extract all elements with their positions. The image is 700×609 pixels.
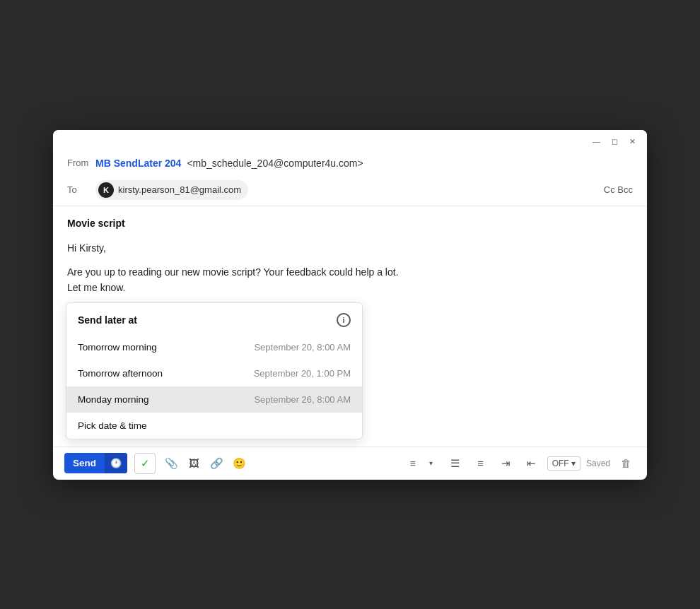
- info-icon[interactable]: i: [337, 313, 351, 327]
- window-controls: — ◻ ✕: [590, 136, 638, 148]
- send-later-option-pick-date[interactable]: Pick date & time: [66, 413, 362, 439]
- minimize-button[interactable]: —: [590, 136, 603, 147]
- send-later-option-tomorrow-morning[interactable]: Tomorrow morning September 20, 8:00 AM: [66, 334, 362, 360]
- avatar: K: [98, 182, 114, 198]
- send-later-popup: Send later at i Tomorrow morning Septemb…: [66, 302, 363, 439]
- send-clock-icon: 🕐: [105, 453, 127, 473]
- cc-bcc-button[interactable]: Cc Bcc: [604, 184, 633, 195]
- option-label: Monday morning: [78, 394, 149, 405]
- title-bar: — ◻ ✕: [53, 130, 647, 150]
- send-later-option-monday-morning[interactable]: Monday morning September 26, 8:00 AM: [66, 386, 362, 413]
- indent-icon[interactable]: ⇥: [496, 454, 516, 473]
- recipient-chip[interactable]: K kirsty.pearson_81@gmail.com: [95, 180, 248, 200]
- maximize-button[interactable]: ◻: [609, 136, 621, 148]
- link-icon[interactable]: 🔗: [206, 454, 226, 473]
- send-button[interactable]: Send 🕐: [64, 453, 127, 473]
- bullet-list-icon[interactable]: ☰: [445, 454, 465, 473]
- subject-line: Movie script: [67, 218, 633, 229]
- compose-header: From MB SendLater 204 <mb_schedule_204@c…: [53, 150, 647, 206]
- align-group: ≡ ▾: [404, 455, 440, 472]
- from-row: From MB SendLater 204 <mb_schedule_204@c…: [67, 150, 633, 175]
- check-button[interactable]: ✓: [134, 453, 156, 474]
- send-later-option-tomorrow-afternoon[interactable]: Tomorrow afternoon September 20, 1:00 PM: [66, 360, 362, 386]
- emoji-icon[interactable]: 🙂: [229, 454, 249, 473]
- to-label: To: [67, 184, 95, 195]
- from-sender-email: <mb_schedule_204@computer4u.com>: [187, 158, 363, 169]
- option-time: September 20, 1:00 PM: [254, 368, 351, 379]
- option-label: Tomorrow morning: [78, 342, 157, 353]
- image-icon[interactable]: 🖼: [184, 454, 204, 473]
- compose-window: — ◻ ✕ From MB SendLater 204 <mb_schedule…: [53, 130, 647, 480]
- send-later-header: Send later at i: [66, 303, 362, 334]
- recipient-email: kirsty.pearson_81@gmail.com: [118, 184, 241, 195]
- to-row: To K kirsty.pearson_81@gmail.com Cc Bcc: [67, 175, 633, 206]
- option-time: September 20, 8:00 AM: [254, 342, 351, 353]
- option-label: Tomorrow afternoon: [78, 368, 163, 379]
- numbered-list-icon[interactable]: ≡: [471, 454, 491, 473]
- align-icon[interactable]: ≡: [404, 455, 421, 472]
- align-dropdown-icon[interactable]: ▾: [423, 455, 440, 472]
- close-button[interactable]: ✕: [626, 136, 638, 148]
- off-toggle[interactable]: OFF ▾: [547, 456, 581, 471]
- toolbar: Send 🕐 ✓ 📎 🖼 🔗 🙂 ≡ ▾ ☰ ≡ ⇥ ⇤ OFF ▾ Saved…: [53, 447, 647, 480]
- from-label: From: [67, 158, 95, 168]
- compose-body[interactable]: Movie script Hi Kirsty, Are you up to re…: [53, 206, 647, 447]
- option-label: Pick date & time: [78, 420, 147, 431]
- attachment-icon[interactable]: 📎: [161, 454, 181, 473]
- saved-label: Saved: [586, 459, 610, 468]
- from-sender-name: MB SendLater 204: [95, 158, 181, 169]
- outdent-icon[interactable]: ⇤: [522, 454, 542, 473]
- option-time: September 26, 8:00 AM: [254, 394, 351, 405]
- check-icon: ✓: [141, 457, 150, 470]
- send-later-title: Send later at: [78, 314, 137, 326]
- delete-icon[interactable]: 🗑: [616, 454, 636, 473]
- send-button-label: Send: [64, 453, 105, 473]
- toolbar-right: ≡ ▾ ☰ ≡ ⇥ ⇤ OFF ▾ Saved 🗑: [404, 454, 636, 473]
